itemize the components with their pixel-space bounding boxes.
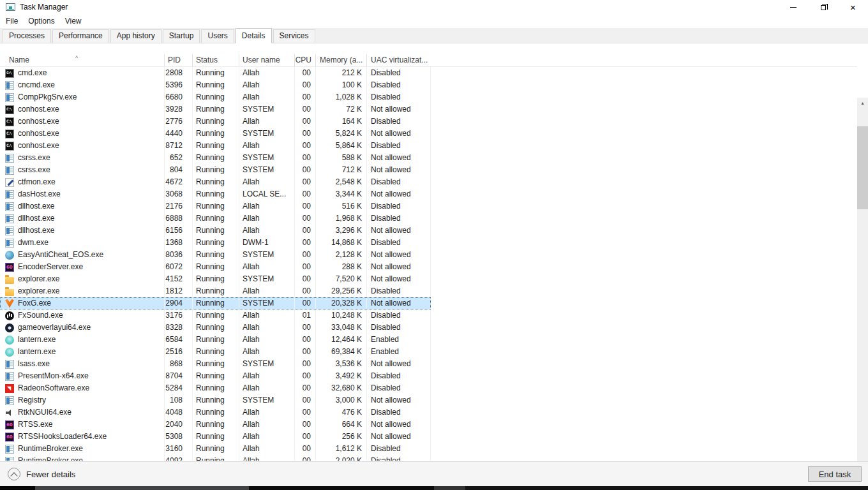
column-header-pid[interactable]: PID (165, 54, 193, 66)
table-row-dashost-exe[interactable]: dasHost.exe3068RunningLOCAL SE...003,344… (0, 188, 431, 200)
table-row-rtsshooksloader64-exe[interactable]: RTSSHooksLoader64.exe5308RunningAllah002… (0, 431, 431, 443)
end-task-button[interactable]: End task (808, 466, 862, 482)
app-window-icon (5, 202, 14, 211)
folder-icon (5, 277, 14, 284)
column-header-user[interactable]: User name (239, 54, 295, 66)
table-row-comppkgsrv-exe[interactable]: CompPkgSrv.exe6680RunningAllah001,028 KD… (0, 91, 431, 103)
cell-memory: 33,048 K (316, 322, 367, 334)
process-name: RTSSHooksLoader64.exe (18, 431, 107, 443)
cell-pid: 4672 (165, 176, 193, 188)
tab-bar: ProcessesPerformanceApp historyStartupUs… (0, 28, 868, 43)
table-row-rtkngui64-exe[interactable]: RtkNGUI64.exe4048RunningAllah00476 KDisa… (0, 406, 431, 419)
scrollbar-thumb[interactable] (857, 126, 868, 209)
cell-cpu: 00 (295, 394, 316, 406)
table-header: Name^PIDStatusUser nameCPUMemory (a...UA… (0, 54, 857, 67)
table-row-conhost-exe[interactable]: conhost.exe2776RunningAllah00164 KDisabl… (0, 115, 431, 128)
table-row-conhost-exe[interactable]: conhost.exe4440RunningSYSTEM005,824 KNot… (0, 128, 431, 140)
cell-pid: 5308 (165, 431, 193, 443)
tab-app-history[interactable]: App history (110, 29, 161, 43)
speaker-icon (5, 408, 14, 417)
cell-memory: 2,020 K (316, 455, 367, 461)
table-row-lantern-exe[interactable]: lantern.exe6584RunningAllah0012,464 KEna… (0, 334, 431, 346)
close-button[interactable]: × (838, 0, 868, 14)
radeon-icon (5, 384, 14, 393)
column-header-uac[interactable]: UAC virtualizat... (367, 54, 431, 66)
monitor60-icon (5, 263, 14, 272)
column-header-name[interactable]: Name^ (0, 54, 165, 66)
cell-pid: 804 (165, 164, 193, 176)
table-row-ctfmon-exe[interactable]: ctfmon.exe4672RunningAllah002,548 KDisab… (0, 176, 431, 188)
table-row-foxg-exe[interactable]: FoxG.exe2904RunningSYSTEM0020,328 KNot a… (0, 297, 431, 309)
table-row-cncmd-exe[interactable]: cncmd.exe5396RunningAllah00100 KDisabled (0, 79, 431, 91)
task-manager-icon (6, 3, 15, 11)
scrollbar-up-icon[interactable]: ▴ (857, 98, 868, 108)
table-row-dllhost-exe[interactable]: dllhost.exe6156RunningAllah003,296 KNot … (0, 225, 431, 237)
table-row-encoderserver-exe[interactable]: EncoderServer.exe6072RunningAllah00288 K… (0, 261, 431, 273)
table-row-rtss-exe[interactable]: RTSS.exe2040RunningAllah00664 KNot allow… (0, 419, 431, 431)
table-row-radeonsoftware-exe[interactable]: RadeonSoftware.exe5284RunningAllah0032,6… (0, 382, 431, 394)
vertical-scrollbar[interactable]: ▴ ▾ (857, 98, 868, 490)
cell-uac: Disabled (367, 91, 431, 103)
cell-uac: Not allowed (367, 103, 431, 115)
table-row-conhost-exe[interactable]: conhost.exe8712RunningAllah005,864 KDisa… (0, 140, 431, 152)
minimize-button[interactable] (778, 0, 808, 14)
cell-uac: Not allowed (367, 297, 431, 309)
console-icon (5, 105, 14, 114)
restore-button[interactable] (808, 0, 838, 14)
cell-memory: 288 K (316, 261, 367, 273)
cell-name: FxSound.exe (0, 309, 165, 322)
cell-cpu: 00 (295, 225, 316, 237)
table-row-runtimebroker-exe[interactable]: RuntimeBroker.exe4092RunningAllah002,020… (0, 455, 431, 461)
column-header-status[interactable]: Status (193, 54, 239, 66)
menu-item-file[interactable]: File (1, 15, 23, 27)
table-row-easyanticheat-eos-exe[interactable]: EasyAntiCheat_EOS.exe8036RunningSYSTEM00… (0, 249, 431, 261)
table-row-runtimebroker-exe[interactable]: RuntimeBroker.exe3160RunningAllah001,612… (0, 443, 431, 455)
table-row-dwm-exe[interactable]: dwm.exe1368RunningDWM-10014,868 KDisable… (0, 237, 431, 249)
table-row-gameoverlayui64-exe[interactable]: gameoverlayui64.exe8328RunningAllah0033,… (0, 322, 431, 334)
cell-name: RadeonSoftware.exe (0, 382, 165, 394)
process-name: lantern.exe (18, 346, 56, 358)
cell-name: EasyAntiCheat_EOS.exe (0, 249, 165, 261)
cell-memory: 69,384 K (316, 346, 367, 358)
table-row-presentmon-x64-exe[interactable]: PresentMon-x64.exe8704RunningAllah003,49… (0, 370, 431, 382)
tab-startup[interactable]: Startup (163, 29, 200, 43)
menu-item-view[interactable]: View (60, 15, 87, 27)
cell-pid: 6888 (165, 212, 193, 225)
cell-user: Allah (239, 370, 295, 382)
table-row-csrss-exe[interactable]: csrss.exe652RunningSYSTEM00588 KNot allo… (0, 152, 431, 164)
table-row-dllhost-exe[interactable]: dllhost.exe6888RunningAllah001,968 KDisa… (0, 212, 431, 225)
tab-performance[interactable]: Performance (52, 29, 109, 43)
column-header-cpu[interactable]: CPU (295, 54, 316, 66)
cell-memory: 516 K (316, 200, 367, 212)
cell-memory: 1,612 K (316, 443, 367, 455)
table-row-lsass-exe[interactable]: lsass.exe868RunningSYSTEM003,536 KNot al… (0, 358, 431, 370)
table-row-explorer-exe[interactable]: explorer.exe4152RunningSYSTEM007,520 KNo… (0, 273, 431, 285)
cell-uac: Disabled (367, 443, 431, 455)
table-row-csrss-exe[interactable]: csrss.exe804RunningSYSTEM00712 KNot allo… (0, 164, 431, 176)
cell-status: Running (193, 370, 239, 382)
table-row-fxsound-exe[interactable]: FxSound.exe3176RunningAllah0110,248 KDis… (0, 309, 431, 322)
process-name: csrss.exe (18, 164, 50, 176)
cell-cpu: 00 (295, 128, 316, 140)
cell-memory: 476 K (316, 406, 367, 419)
cell-memory: 3,536 K (316, 358, 367, 370)
column-header-memory[interactable]: Memory (a... (316, 54, 367, 66)
cell-pid: 1812 (165, 285, 193, 297)
tab-services[interactable]: Services (273, 29, 315, 43)
table-row-lantern-exe[interactable]: lantern.exe2516RunningAllah0069,384 KEna… (0, 346, 431, 358)
table-row-explorer-exe[interactable]: explorer.exe1812RunningAllah0029,256 KDi… (0, 285, 431, 297)
fewer-details-button[interactable]: Fewer details (8, 468, 75, 480)
cell-cpu: 00 (295, 103, 316, 115)
cell-pid: 8712 (165, 140, 193, 152)
table-row-cmd-exe[interactable]: cmd.exe2808RunningAllah00212 KDisabled (0, 67, 431, 79)
table-row-dllhost-exe[interactable]: dllhost.exe2176RunningAllah00516 KDisabl… (0, 200, 431, 212)
tab-processes[interactable]: Processes (3, 29, 51, 43)
cell-memory: 3,296 K (316, 225, 367, 237)
cell-name: RuntimeBroker.exe (0, 455, 165, 461)
cell-name: lantern.exe (0, 334, 165, 346)
tab-users[interactable]: Users (201, 29, 234, 43)
tab-details[interactable]: Details (236, 28, 272, 43)
table-row-conhost-exe[interactable]: conhost.exe3928RunningSYSTEM0072 KNot al… (0, 103, 431, 115)
menu-item-options[interactable]: Options (23, 15, 59, 27)
table-row-registry[interactable]: Registry108RunningSYSTEM003,000 KNot all… (0, 394, 431, 406)
